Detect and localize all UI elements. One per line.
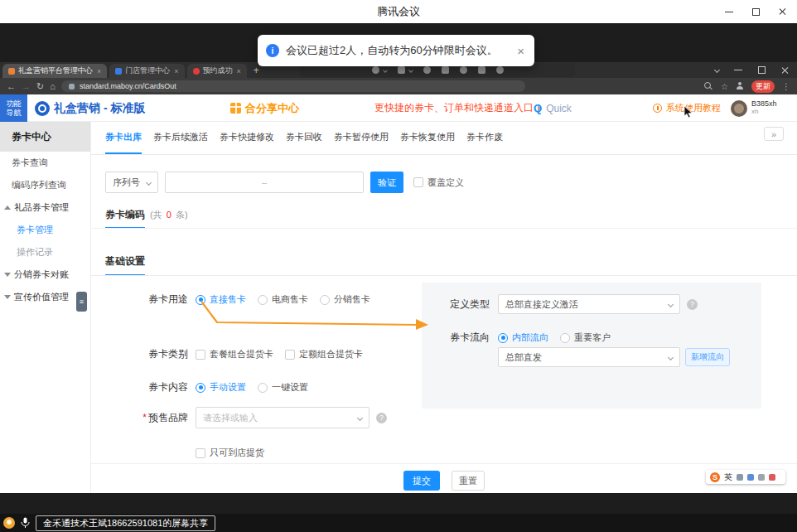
tab-card-out[interactable]: 券卡出库	[105, 122, 142, 154]
tab-void[interactable]: 券卡作废	[466, 122, 503, 154]
sidebar-group-gift-cards[interactable]: 礼品券卡管理	[0, 196, 90, 219]
maximize-icon	[752, 8, 760, 16]
brand-row: *预售品牌 请选择或输入 ?	[91, 407, 387, 428]
skin-icon[interactable]	[758, 474, 765, 481]
meeting-toast: i 会议已超过2人，自动转为60分钟限时会议。 ×	[258, 35, 534, 66]
sogou-logo-icon[interactable]: S	[710, 472, 720, 482]
chat-icon[interactable]	[478, 66, 485, 74]
flow-select[interactable]: 总部直发	[498, 347, 680, 367]
user-account[interactable]: B385xh xh	[731, 94, 777, 122]
usage-option-ecommerce[interactable]: 电商售卡	[258, 293, 308, 306]
browser-minimize-button[interactable]	[727, 62, 749, 78]
checkbox-icon	[196, 350, 205, 360]
serial-range-input[interactable]: –	[165, 172, 364, 193]
submit-button[interactable]: 提交	[403, 471, 440, 491]
nav-toggle-button[interactable]: 功能 导航	[0, 94, 27, 122]
sidebar-item-card-query[interactable]: 券卡查询	[0, 152, 90, 174]
more-icon[interactable]	[496, 66, 504, 74]
reset-button[interactable]: 重置	[452, 471, 485, 491]
mic-icon[interactable]	[21, 517, 30, 529]
tab-recycle[interactable]: 券卡回收	[286, 122, 322, 154]
store-only-option[interactable]: 只可到店提货	[196, 447, 264, 459]
tab-resume[interactable]: 券卡恢复使用	[400, 122, 455, 154]
browser-tab-3[interactable]: 预约成功 ×	[187, 64, 247, 78]
minimize-button[interactable]	[716, 0, 742, 23]
url-field[interactable]: standard.maboy.cn/CardsOut	[61, 80, 525, 92]
browser-close-button[interactable]	[774, 62, 795, 78]
tab-close-icon[interactable]: ×	[97, 67, 101, 75]
sidebar-item-op-log[interactable]: 操作记录	[0, 241, 90, 264]
sidebar-collapse-handle[interactable]: ≡	[76, 292, 87, 312]
flow-option-vip[interactable]: 重要客户	[560, 331, 611, 344]
home-icon[interactable]: ⌂	[50, 82, 56, 91]
avatar	[731, 100, 747, 117]
menu-kebab-icon[interactable]: ⋮	[782, 82, 790, 91]
define-type-row: 定义类型 总部直接定义激活 ?	[422, 294, 698, 314]
search-icon[interactable]	[704, 82, 713, 91]
keyboard-icon[interactable]	[737, 474, 743, 481]
maximize-button[interactable]	[742, 0, 769, 23]
browser-update-badge[interactable]: 更新	[751, 80, 775, 93]
reload-icon[interactable]: ↻	[36, 82, 44, 91]
define-type-select[interactable]: 总部直接定义激活	[498, 294, 680, 314]
flow-option-internal[interactable]: 内部流向	[498, 331, 548, 344]
override-checkbox[interactable]	[413, 177, 423, 187]
help-icon[interactable]: ?	[687, 299, 698, 310]
required-mark: *	[142, 412, 147, 423]
toolbox-icon[interactable]	[747, 474, 754, 481]
mic-icon[interactable]	[372, 66, 379, 74]
brand-select[interactable]: 请选择或输入	[196, 407, 370, 428]
tab-close-icon[interactable]: ×	[174, 67, 178, 75]
members-icon[interactable]	[460, 66, 467, 74]
tab-pause[interactable]: 券卡暂停使用	[334, 122, 389, 154]
verify-button[interactable]: 验证	[370, 172, 403, 193]
notification-dot-icon	[193, 68, 200, 75]
tutorial-link[interactable]: 系统使用教程	[653, 94, 721, 122]
content-option-onekey[interactable]: 一键设置	[258, 381, 308, 394]
camera-icon[interactable]	[398, 66, 405, 74]
sidebar-item-code-query[interactable]: 编码序列查询	[0, 174, 90, 196]
category-option-fixed[interactable]: 定额组合提货卡	[285, 348, 363, 360]
category-option-combo[interactable]: 套餐组合提货卡	[196, 348, 273, 360]
app-header: 功能 导航 礼盒营销 - 标准版 合分享中心 更快捷的券卡、订单和快递通道入口 …	[0, 94, 797, 122]
add-flow-button[interactable]: 新增流向	[685, 348, 730, 366]
option-label: 只可到店提货	[210, 447, 264, 459]
toast-close-button[interactable]: ×	[515, 45, 526, 57]
share-center-link[interactable]: 合分享中心	[230, 94, 299, 122]
usage-option-direct[interactable]: 直接售卡	[196, 293, 246, 306]
browser-maximize-button[interactable]	[751, 62, 772, 78]
bookmark-star-icon[interactable]: ☆	[721, 82, 728, 91]
profile-icon[interactable]	[736, 82, 744, 90]
usage-option-distribution[interactable]: 分销售卡	[320, 293, 370, 306]
sidebar-item-card-mgmt[interactable]: 券卡管理	[0, 219, 90, 241]
help-icon[interactable]: ?	[376, 413, 387, 423]
quick-search[interactable]: Q Quick	[534, 94, 572, 122]
camera-chevron-icon[interactable]	[408, 68, 413, 73]
promo-entry-link[interactable]: 更快捷的券卡、订单和快递通道入口	[374, 94, 542, 122]
back-icon[interactable]: ←	[7, 82, 16, 91]
browser-tab-2[interactable]: 门店管理中心 ×	[109, 64, 184, 78]
radio-icon	[320, 295, 330, 305]
forward-icon[interactable]: →	[22, 82, 31, 91]
mic-chevron-icon[interactable]	[383, 68, 388, 73]
tab-label: 礼盒营销平台管理中心	[18, 65, 93, 76]
meeting-titlebar: 腾讯会议	[0, 0, 797, 23]
close-button[interactable]	[769, 0, 795, 23]
browser-tab-1[interactable]: 礼盒营销平台管理中心 ×	[2, 64, 107, 78]
security-icon[interactable]	[423, 66, 431, 74]
content-option-manual[interactable]: 手动设置	[196, 381, 246, 394]
more-tools-icon[interactable]	[769, 474, 775, 481]
tab-activate[interactable]: 券卡后续激活	[153, 122, 208, 154]
tab-quick-edit[interactable]: 券卡快捷修改	[220, 122, 274, 154]
range-separator: –	[262, 177, 267, 187]
serial-type-select[interactable]: 序列号	[105, 172, 158, 193]
share-screen-icon[interactable]	[442, 66, 449, 74]
chevron-down-icon[interactable]	[714, 67, 720, 73]
ime-language-indicator[interactable]: 英	[724, 472, 732, 483]
tab-close-icon[interactable]: ×	[237, 67, 241, 75]
define-type-value: 总部直接定义激活	[505, 298, 578, 311]
new-tab-button[interactable]: +	[254, 65, 259, 78]
panel-collapse-button[interactable]: »	[764, 127, 784, 141]
chevron-down-icon	[357, 414, 363, 420]
sidebar-group-distribution[interactable]: 分销券卡对账	[0, 264, 90, 286]
